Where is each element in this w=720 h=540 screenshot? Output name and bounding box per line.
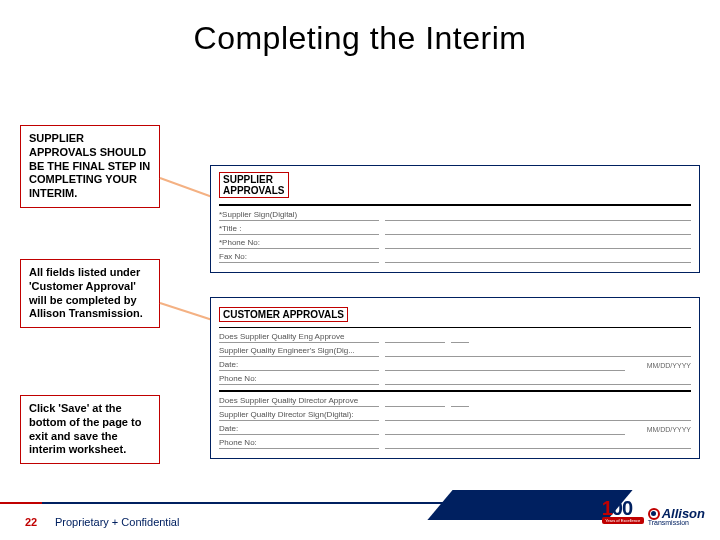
section-header-customer: CUSTOMER APPROVALS [219,307,348,322]
field-input[interactable] [385,437,691,449]
footer: 22 Proprietary + Confidential 100 Years … [0,490,720,540]
field-label: Does Supplier Quality Director Approve [219,396,379,407]
form-row: *Phone No: [219,236,691,250]
callout-customer-approval: All fields listed under 'Customer Approv… [20,259,160,328]
form-row: Date: MM/DD/YYYY [219,358,691,372]
date-format-hint: MM/DD/YYYY [631,362,691,369]
logo-100-text: 100 [602,500,644,516]
callout-text: SUPPLIER APPROVALS SHOULD BE THE FINAL S… [29,132,150,199]
logo-name: Allison Transmission [648,508,705,526]
logo-100-badge: 100 Years of Excellence [602,500,644,534]
pointer-line [160,177,217,199]
header-line-2: APPROVALS [223,185,285,196]
section-header-supplier: SUPPLIER APPROVALS [219,172,289,198]
field-input[interactable] [385,373,691,385]
field-label: *Title : [219,224,379,235]
field-input[interactable] [385,409,691,421]
page-title: Completing the Interim [0,20,720,57]
field-input[interactable] [385,209,691,221]
logo: 100 Years of Excellence Allison Transmis… [602,500,705,534]
dropdown-arrow[interactable] [451,331,469,343]
supplier-approvals-form: SUPPLIER APPROVALS *Supplier Sign(Digita… [210,165,700,273]
form-row: *Title : [219,222,691,236]
page-number: 22 [25,516,37,528]
date-format-hint: MM/DD/YYYY [631,426,691,433]
callout-supplier-approvals: SUPPLIER APPROVALS SHOULD BE THE FINAL S… [20,125,160,208]
form-row: Does Supplier Quality Eng Approve [219,330,691,344]
divider [219,327,691,328]
field-label: Supplier Quality Director Sign(Digital): [219,410,379,421]
confidential-label: Proprietary + Confidential [55,516,179,528]
field-label: Date: [219,424,379,435]
field-label: Date: [219,360,379,371]
form-row: Phone No: [219,372,691,386]
logo-sub-text: Transmission [648,520,689,526]
form-row: Does Supplier Quality Director Approve [219,394,691,408]
pointer-line [160,302,218,322]
field-label: Fax No: [219,252,379,263]
divider [219,204,691,206]
logo-ribbon: Years of Excellence [602,517,644,524]
field-label: *Phone No: [219,238,379,249]
callout-save: Click 'Save' at the bottom of the page t… [20,395,160,464]
field-label: Phone No: [219,438,379,449]
field-label: *Supplier Sign(Digital) [219,210,379,221]
logo-brand-text: Allison [662,508,705,520]
field-input[interactable] [385,223,691,235]
dropdown-arrow[interactable] [451,395,469,407]
form-row: Supplier Quality Director Sign(Digital): [219,408,691,422]
callout-text: Click 'Save' at the bottom of the page t… [29,402,141,455]
content-area: SUPPLIER APPROVALS SHOULD BE THE FINAL S… [0,57,720,477]
customer-approvals-form: CUSTOMER APPROVALS Does Supplier Quality… [210,297,700,459]
form-row: Supplier Quality Engineer's Sign(Dig... [219,344,691,358]
header-line-1: SUPPLIER [223,174,285,185]
field-input[interactable] [385,423,625,435]
field-input[interactable] [385,395,445,407]
callout-text: All fields listed under 'Customer Approv… [29,266,143,319]
field-label: Does Supplier Quality Eng Approve [219,332,379,343]
field-input[interactable] [385,237,691,249]
field-label: Phone No: [219,374,379,385]
form-row: *Supplier Sign(Digital) [219,208,691,222]
divider [219,390,691,392]
field-input[interactable] [385,331,445,343]
form-row: Date: MM/DD/YYYY [219,422,691,436]
field-input[interactable] [385,359,625,371]
form-row: Fax No: [219,250,691,264]
field-label: Supplier Quality Engineer's Sign(Dig... [219,346,379,357]
form-row: Phone No: [219,436,691,450]
field-input[interactable] [385,251,691,263]
field-input[interactable] [385,345,691,357]
